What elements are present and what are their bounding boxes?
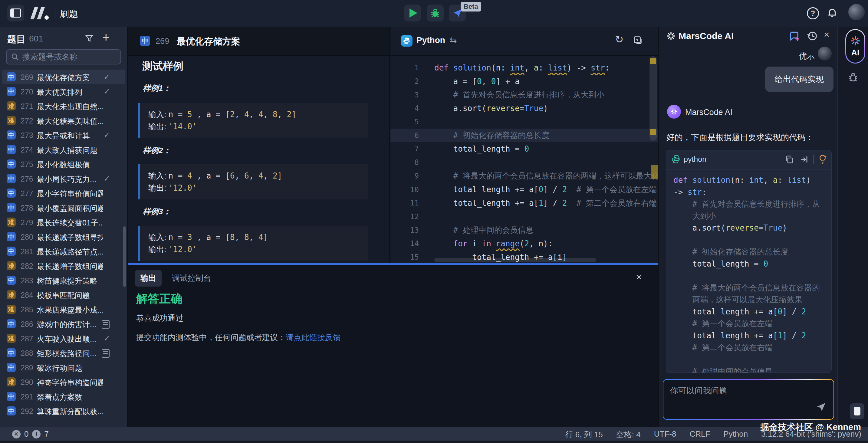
problem-number: 291 <box>21 392 33 401</box>
send-message-button[interactable] <box>815 401 827 414</box>
sample2-input-label: 输入: <box>148 171 168 180</box>
problem-list-item[interactable]: 难290神奇字符串构造问题 <box>2 375 125 389</box>
problem-list-item[interactable]: 中292算珠重新分配以获... <box>2 404 125 418</box>
problem-list-scrollbar[interactable] <box>123 226 126 287</box>
reset-code-button[interactable]: ↻ <box>615 33 624 45</box>
editor-line[interactable]: 2 a = [0, 0] + a <box>391 75 658 88</box>
editor-line[interactable]: 12 <box>391 210 658 224</box>
history-button[interactable] <box>806 30 818 43</box>
add-problem-button[interactable]: + <box>102 30 110 45</box>
search-input[interactable]: 搜索题号或名称 <box>6 49 121 64</box>
problem-list-item[interactable]: 中274最大敌人捕获问题 <box>2 142 125 157</box>
indent-setting[interactable]: 空格: 4 <box>616 430 641 440</box>
format-code-button[interactable] <box>632 35 643 46</box>
editor-vertical-scrollbar[interactable] <box>650 56 657 141</box>
marscode-colorful-icon <box>850 35 861 46</box>
problem-list-item[interactable]: 难285水果店果篮最小成... <box>2 302 125 317</box>
warning-marker <box>650 129 656 135</box>
editor-line[interactable]: 10 total_length += a[0] / 2 # 第一个会员放在左端 <box>391 183 658 196</box>
panel-splitter[interactable] <box>128 263 658 265</box>
problem-name: 游戏中的伤害计... <box>37 320 96 329</box>
problem-list-item[interactable]: 难271最大化未出现自然... <box>2 99 125 113</box>
editor-current-line[interactable]: 6 # 初始化存储容器的总长度 <box>391 129 658 142</box>
language-switch-icon[interactable]: ⇆ <box>450 35 457 45</box>
new-chat-button[interactable] <box>789 30 800 43</box>
cursor-position[interactable]: 行 6, 列 15 <box>565 430 603 440</box>
editor-line[interactable]: 5 <box>391 115 658 129</box>
problem-list-item[interactable]: 难279最长连续交替01子... <box>2 215 125 229</box>
problems-status[interactable]: ✕ 0 ! 7 <box>12 430 49 439</box>
warning-marker <box>650 58 656 64</box>
ai-activity-item[interactable]: AI <box>845 29 865 64</box>
help-button[interactable]: ? <box>807 7 819 19</box>
tab-output[interactable]: 输出 <box>135 270 162 287</box>
difficulty-badge: 中 <box>7 203 16 212</box>
difficulty-badge: 中 <box>7 189 16 198</box>
problem-list-item[interactable]: 中291禁着点方案数 <box>2 389 125 404</box>
filter-button[interactable] <box>85 34 94 44</box>
editor-line[interactable]: 9 # 将最大的两个会员信息放在容器的两端，这样可以最大化压缩效果 <box>391 169 658 183</box>
ai-chat-input[interactable]: 你可以问我问题 <box>663 380 834 419</box>
toggle-panel-button[interactable] <box>850 403 864 419</box>
editor-line[interactable]: 8 <box>391 156 658 169</box>
copy-code-button[interactable] <box>785 155 794 165</box>
run-button[interactable] <box>404 4 421 22</box>
problem-list-item[interactable]: 中286游戏中的伤害计... <box>2 317 125 331</box>
problem-name: 禁着点方案数 <box>37 392 82 402</box>
feedback-link[interactable]: 请点此链接反馈 <box>286 333 341 342</box>
notifications-button[interactable] <box>827 7 838 20</box>
problem-list-item[interactable]: 中277最小字符串价值问题 <box>2 186 125 200</box>
language-mode[interactable]: Python <box>723 430 748 440</box>
problem-list-item[interactable]: 中276最小周长巧克力...✓ <box>2 171 125 186</box>
problem-list-item[interactable]: 难287火车驶入驶出顺...✓ <box>2 331 125 346</box>
problem-name: 最长递减子数组寻找 <box>37 232 103 242</box>
user-avatar[interactable] <box>848 4 865 20</box>
problem-list-item[interactable]: 中280最长递减子数组寻找 <box>2 229 125 244</box>
editor-line[interactable]: 11 total_length += a[1] / 2 # 第二个会员放在右端 <box>391 196 658 210</box>
editor-line[interactable]: 1def solution(n: int, a: list) -> str: <box>391 61 658 75</box>
editor-horizontal-scrollbar[interactable] <box>434 258 596 262</box>
send-plane-icon <box>815 401 827 413</box>
debug-activity-item[interactable] <box>848 72 858 84</box>
sidebar-toggle-button[interactable] <box>7 4 24 22</box>
editor-line[interactable]: 14 for i in range(2, n): <box>391 237 658 251</box>
problem-list-item[interactable]: 中278最小覆盖圆面积问题 <box>2 200 125 215</box>
explain-code-button[interactable] <box>817 154 828 165</box>
problem-list-item[interactable]: 中275最小化数组极值 <box>2 157 125 171</box>
problem-list-item[interactable]: 难272最大化糖果美味值... <box>2 113 125 128</box>
problem-list-item[interactable]: 中273最大异或和计算✓ <box>2 128 125 142</box>
problem-list-item[interactable]: 难284模板串匹配问题 <box>2 287 125 302</box>
editor-language-tab[interactable]: Python <box>416 35 445 45</box>
errors-icon: ✕ <box>12 430 21 439</box>
close-output-icon[interactable]: × <box>636 271 642 283</box>
output-panel: 输出 调试控制台 × 解答正确 恭喜成功通过 提交功能内测体验中，任何问题或者建… <box>128 265 658 427</box>
problem-number: 274 <box>21 146 33 154</box>
problem-list-item[interactable]: 中288矩形棋盘路径问... <box>2 346 125 360</box>
eol-setting[interactable]: CRLF <box>689 430 710 440</box>
editor-line[interactable]: 4 a.sort(reverse=True) <box>391 102 658 115</box>
insert-code-button[interactable] <box>799 155 808 165</box>
marscode-logo-icon[interactable] <box>30 7 50 21</box>
encoding[interactable]: UTF-8 <box>654 430 676 440</box>
line-number: 10 <box>391 186 419 194</box>
problem-list-item[interactable]: 中281最长递减路径节点... <box>2 244 125 258</box>
problem-list-item[interactable]: 中270最大优美排列✓ <box>2 84 125 99</box>
editor-line[interactable]: 13 # 处理中间的会员信息 <box>391 223 658 237</box>
difficulty-badge: 难 <box>7 261 16 270</box>
problem-list-item[interactable]: 中289破冰行动问题 <box>2 360 125 375</box>
close-ai-panel-icon[interactable]: × <box>824 29 830 40</box>
problem-list-item[interactable]: 难282最长递增子数组问题 <box>2 258 125 273</box>
problem-number: 281 <box>21 247 33 256</box>
editor-header: Python ⇆ ↻ <box>391 27 658 56</box>
debug-run-button[interactable] <box>427 4 444 22</box>
problem-list-item[interactable]: 中283树苗健康提升策略 <box>2 273 125 287</box>
difficulty-badge: 难 <box>7 218 16 227</box>
problem-list-item[interactable]: 中269最优化存储方案✓ <box>2 70 125 84</box>
editor-code[interactable]: 1def solution(n: int, a: list) -> str:2 … <box>391 56 658 263</box>
tab-debug-console[interactable]: 调试控制台 <box>172 273 211 284</box>
ai-code-line: # 第二个会员放在右端 <box>673 342 830 354</box>
line-code: # 初始化存储容器的总长度 <box>434 130 549 141</box>
result-subtitle: 恭喜成功通过 <box>136 313 183 323</box>
editor-line[interactable]: 3 # 首先对会员信息长度进行排序，从大到小 <box>391 88 658 102</box>
editor-line[interactable]: 7 total_length = 0 <box>391 142 658 156</box>
